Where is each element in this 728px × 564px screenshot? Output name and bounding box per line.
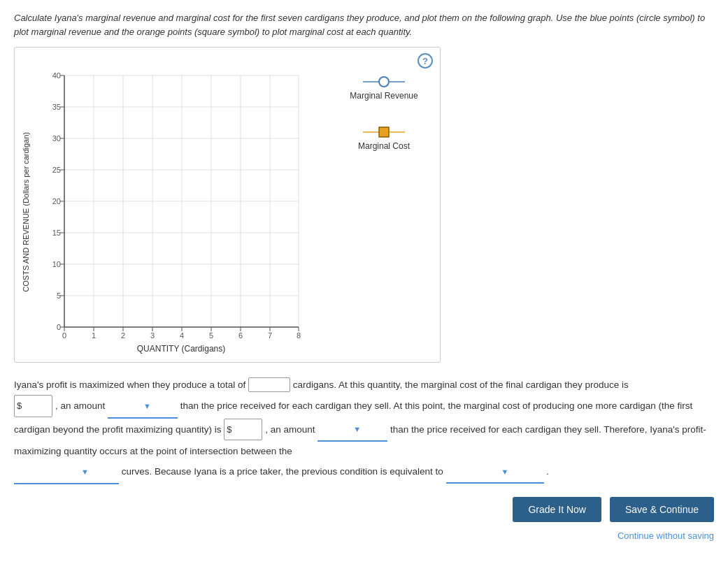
save-continue-button[interactable]: Save & Continue (610, 497, 714, 522)
button-row: Grade It Now Save & Continue Continue wi… (14, 497, 714, 541)
dollar-input-1-wrap: $ (14, 395, 52, 417)
svg-text:6: 6 (238, 331, 243, 340)
svg-text:35: 35 (52, 103, 61, 111)
y-axis-label: COSTS AND REVENUE (Dollars per cardigan) (22, 132, 30, 292)
svg-text:4: 4 (180, 331, 184, 340)
mr-legend-label: Marginal Revenue (350, 91, 417, 101)
dollar-input-1[interactable] (23, 400, 50, 411)
svg-text:2: 2 (121, 331, 125, 340)
dollar-input-2-wrap: $ (224, 419, 262, 440)
svg-text:20: 20 (52, 197, 61, 205)
dropdown-1[interactable]: ▼ (108, 396, 178, 418)
text2: cardigans. At this quantity, the margina… (293, 379, 629, 390)
svg-text:1: 1 (92, 331, 96, 340)
text7: curves. Because Iyana is a price taker, … (122, 466, 443, 477)
svg-text:3: 3 (150, 331, 155, 340)
grade-button[interactable]: Grade It Now (513, 497, 601, 522)
total-cardigans-input[interactable] (248, 377, 290, 392)
dropdown-2[interactable]: ▼ (317, 419, 387, 442)
dollar-sign-2: $ (227, 420, 231, 439)
fill-section: Iyana's profit is maximized when they pr… (14, 375, 714, 484)
continue-without-saving-link[interactable]: Continue without saving (618, 530, 714, 541)
period: . (546, 466, 549, 477)
svg-text:30: 30 (52, 134, 61, 143)
svg-text:10: 10 (52, 260, 61, 268)
svg-text:8: 8 (297, 331, 301, 340)
dollar-sign-1: $ (17, 396, 22, 415)
svg-text:15: 15 (52, 229, 61, 237)
mc-legend-label: Marginal Cost (358, 141, 410, 151)
chart-inner: 0 5 10 15 20 25 30 35 40 0 1 2 3 4 (33, 55, 321, 355)
svg-point-57 (379, 77, 389, 87)
dollar-input-2[interactable] (233, 424, 259, 435)
svg-text:7: 7 (268, 331, 272, 340)
dropdown-1-arrow: ▼ (143, 398, 151, 414)
chart-svg: 0 5 10 15 20 25 30 35 40 0 1 2 3 4 (33, 55, 306, 355)
text1: Iyana's profit is maximized when they pr… (14, 379, 245, 390)
x-axis-label: QUANTITY (Cardigans) (137, 344, 225, 354)
graph-container: ? COSTS AND REVENUE (Dollars per cardiga… (14, 47, 441, 363)
svg-text:40: 40 (52, 71, 61, 80)
dropdown-3-arrow: ▼ (81, 464, 89, 480)
svg-text:0: 0 (62, 331, 66, 340)
svg-text:25: 25 (52, 166, 61, 174)
text5: , an amount (265, 424, 315, 435)
legend-mc: Marginal Cost (335, 126, 433, 151)
instructions-text: Calculate Iyana's marginal revenue and m… (14, 11, 714, 38)
dropdown-4[interactable]: ▼ (446, 462, 544, 483)
dropdown-3[interactable]: ▼ (14, 461, 119, 484)
btn-row-main: Grade It Now Save & Continue (513, 497, 714, 522)
legend-mr: Marginal Revenue (335, 75, 433, 101)
dropdown-2-arrow: ▼ (353, 421, 361, 438)
svg-rect-59 (379, 127, 389, 137)
legend-area: Marginal Revenue Marginal Cost (321, 55, 433, 151)
mr-legend-icon (363, 75, 405, 88)
svg-text:5: 5 (209, 331, 213, 340)
mc-legend-icon (363, 126, 405, 138)
help-icon[interactable]: ? (417, 53, 433, 68)
text3: , an amount (55, 400, 105, 411)
dropdown-4-arrow: ▼ (501, 464, 509, 480)
